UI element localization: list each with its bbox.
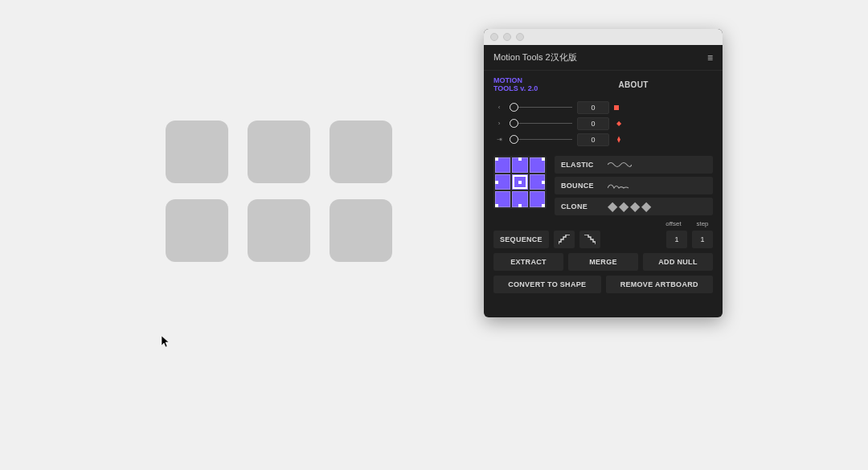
panel-menu-icon[interactable]: ≡ bbox=[707, 52, 713, 63]
panel-header: Motion Tools 2汉化版 ≡ bbox=[484, 45, 723, 71]
canvas-grid bbox=[166, 121, 392, 262]
anchor-top-left[interactable] bbox=[495, 157, 510, 173]
clone-dots-icon: ◆◆◆◆ bbox=[608, 198, 706, 214]
anchor-top-center[interactable] bbox=[512, 157, 527, 173]
tab-about[interactable]: ABOUT bbox=[554, 80, 713, 89]
offset-step-labels: offset step bbox=[493, 220, 713, 227]
remove-artboard-button[interactable]: REMOVE ARTBOARD bbox=[606, 276, 714, 293]
panel-title: Motion Tools 2汉化版 bbox=[493, 51, 577, 63]
slider-out-value[interactable]: 0 bbox=[577, 117, 609, 130]
window-close-icon[interactable] bbox=[490, 33, 498, 41]
canvas-shape[interactable] bbox=[330, 121, 392, 183]
window-zoom-icon[interactable] bbox=[516, 33, 524, 41]
cursor-icon bbox=[161, 335, 170, 348]
motion-tools-panel: Motion Tools 2汉化版 ≡ MOTION TOOLS v. 2.0 … bbox=[484, 29, 723, 317]
ease-out-icon: › bbox=[493, 120, 505, 127]
ease-in-icon: ‹ bbox=[493, 104, 505, 111]
anchor-center[interactable] bbox=[512, 174, 527, 190]
slider-both[interactable] bbox=[510, 134, 572, 145]
panel-body: ‹ 0 › 0 ◆ ⇥ 0 ⧫ bbox=[484, 96, 723, 317]
convert-to-shape-button[interactable]: CONVERT TO SHAPE bbox=[493, 276, 601, 293]
sequence-stair-up-icon[interactable] bbox=[554, 231, 575, 248]
bounce-button[interactable]: BOUNCE bbox=[555, 177, 713, 194]
canvas-shape[interactable] bbox=[166, 199, 228, 262]
window-minimize-icon[interactable] bbox=[503, 33, 511, 41]
brand-line-2: TOOLS v. 2.0 bbox=[493, 85, 538, 93]
anchor-bottom-right[interactable] bbox=[530, 191, 545, 206]
anchor-middle-right[interactable] bbox=[530, 174, 545, 190]
canvas-shape[interactable] bbox=[248, 121, 310, 183]
add-null-button[interactable]: ADD NULL bbox=[643, 253, 713, 271]
slider-in-value[interactable]: 0 bbox=[577, 101, 609, 114]
step-field[interactable]: 1 bbox=[692, 231, 713, 248]
slider-row-out: › 0 ◆ bbox=[493, 116, 713, 132]
clone-button[interactable]: CLONE ◆◆◆◆ bbox=[555, 198, 713, 215]
sequence-stair-down-icon[interactable] bbox=[579, 231, 600, 248]
anchor-middle-left[interactable] bbox=[495, 174, 510, 190]
slider-row-in: ‹ 0 bbox=[493, 100, 713, 116]
panel-tabs: MOTION TOOLS v. 2.0 ABOUT bbox=[484, 71, 723, 96]
window-titlebar[interactable] bbox=[484, 29, 723, 45]
anchor-bottom-center[interactable] bbox=[512, 191, 527, 206]
clone-label: CLONE bbox=[561, 202, 601, 210]
elastic-button[interactable]: ELASTIC bbox=[555, 156, 713, 174]
canvas-shape[interactable] bbox=[330, 199, 392, 262]
slider-in[interactable] bbox=[510, 102, 572, 113]
sequence-button[interactable]: SEQUENCE bbox=[493, 231, 549, 248]
key-out-icon[interactable]: ◆ bbox=[614, 119, 624, 129]
elastic-label: ELASTIC bbox=[561, 161, 601, 169]
key-in-icon[interactable] bbox=[614, 105, 619, 110]
offset-field[interactable]: 1 bbox=[666, 231, 687, 248]
canvas-shape[interactable] bbox=[248, 199, 310, 262]
key-both-icon[interactable]: ⧫ bbox=[614, 135, 624, 145]
slider-both-value[interactable]: 0 bbox=[577, 133, 609, 146]
slider-out[interactable] bbox=[510, 118, 572, 129]
extract-button[interactable]: EXTRACT bbox=[493, 253, 563, 271]
elastic-wave-icon bbox=[608, 161, 706, 169]
bounce-label: BOUNCE bbox=[561, 182, 601, 190]
anchor-top-right[interactable] bbox=[530, 157, 545, 173]
canvas-shape[interactable] bbox=[166, 121, 228, 183]
bounce-wave-icon bbox=[608, 182, 706, 190]
ease-both-icon: ⇥ bbox=[493, 136, 505, 143]
anchor-point-grid bbox=[493, 156, 547, 209]
merge-button[interactable]: MERGE bbox=[568, 253, 638, 271]
tab-motion-tools[interactable]: MOTION TOOLS v. 2.0 bbox=[493, 77, 538, 93]
step-label: step bbox=[692, 220, 713, 227]
anchor-bottom-left[interactable] bbox=[495, 191, 510, 206]
slider-row-both: ⇥ 0 ⧫ bbox=[493, 132, 713, 148]
offset-label: offset bbox=[663, 220, 684, 227]
